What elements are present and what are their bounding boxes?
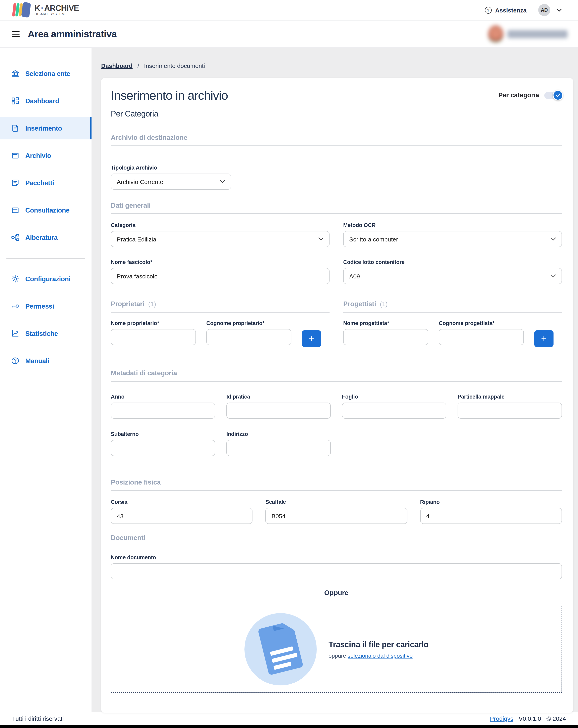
section-documenti: Documenti	[111, 534, 562, 546]
nome-progettista-label: Nome progettista*	[343, 320, 428, 326]
dropzone-sub-prefix: oppure	[329, 652, 348, 659]
scaffale-label: Scaffale	[266, 499, 407, 505]
sidebar: Seleziona ente Dashboard Inserimento Arc…	[0, 48, 91, 712]
sidebar-item-label: Consultazione	[25, 206, 70, 214]
main-content: Dashboard / Inserimento documenti Inseri…	[91, 48, 578, 712]
chevron-down-icon	[318, 237, 324, 241]
categoria-label: Categoria	[111, 222, 330, 228]
subalterno-label: Subalterno	[111, 431, 215, 437]
breadcrumb-current: Inserimento documenti	[144, 62, 205, 69]
id-pratica-label: Id pratica	[226, 394, 331, 400]
footer-version: Prodigys - V0.0.1.0 - © 2024	[490, 715, 566, 722]
document-icon	[11, 124, 20, 133]
ente-logo-redacted	[488, 25, 568, 43]
anno-input[interactable]	[111, 402, 215, 419]
top-bar: K·ARCHiVE DE-MAT SYSTEM ? Assistenza AD	[0, 0, 578, 21]
nome-fascicolo-label: Nome fascicolo*	[111, 259, 330, 265]
app-logo-icon	[12, 2, 30, 18]
gear-icon	[11, 275, 20, 283]
nome-fascicolo-input[interactable]	[111, 268, 330, 284]
metodo-ocr-label: Metodo OCR	[343, 222, 562, 228]
corsia-label: Corsia	[111, 499, 253, 505]
indirizzo-input[interactable]	[226, 440, 331, 456]
sidebar-item-pacchetti[interactable]: Pacchetti	[0, 172, 91, 194]
chevron-down-icon	[551, 237, 556, 241]
sidebar-item-alberatura[interactable]: Alberatura	[0, 226, 91, 249]
sidebar-item-label: Permessi	[25, 302, 54, 310]
add-progettista-button[interactable]: +	[534, 330, 553, 347]
bank-icon	[11, 69, 20, 78]
chart-icon	[11, 329, 20, 338]
key-icon	[11, 302, 20, 311]
toggle-label: Per categoria	[498, 92, 539, 99]
indirizzo-label: Indirizzo	[226, 431, 331, 437]
sidebar-item-dashboard[interactable]: Dashboard	[0, 89, 91, 112]
check-icon	[556, 93, 560, 97]
sidebar-item-manuali[interactable]: Manuali	[0, 349, 91, 372]
sidebar-item-seleziona-ente[interactable]: Seleziona ente	[0, 62, 91, 85]
sidebar-item-label: Configurazioni	[25, 275, 71, 283]
sidebar-item-label: Archivio	[25, 152, 51, 159]
codice-lotto-label: Codice lotto contenitore	[343, 259, 562, 265]
scaffale-input[interactable]	[266, 508, 407, 524]
chevron-down-icon	[551, 275, 556, 278]
foglio-label: Foglio	[342, 394, 446, 400]
sidebar-item-statistiche[interactable]: Statistiche	[0, 322, 91, 345]
id-pratica-input[interactable]	[226, 402, 331, 419]
sidebar-item-label: Alberatura	[25, 234, 58, 241]
chevron-down-icon[interactable]	[556, 8, 562, 12]
document-upload-icon	[257, 621, 303, 675]
prodigys-link[interactable]: Prodigys	[490, 715, 513, 722]
help-icon[interactable]: ?	[485, 7, 492, 14]
metodo-ocr-select[interactable]: Scritto a computer	[343, 231, 562, 247]
breadcrumb-separator: /	[137, 62, 139, 69]
corsia-input[interactable]	[111, 508, 253, 524]
sidebar-item-label: Pacchetti	[25, 179, 54, 187]
categoria-select[interactable]: Pratica Edilizia	[111, 231, 330, 247]
nome-proprietario-input[interactable]	[111, 329, 196, 345]
archive-tray-icon	[11, 151, 20, 160]
tipologia-archivio-select[interactable]: Archivio Corrente	[111, 174, 231, 190]
particella-mappale-input[interactable]	[458, 402, 562, 419]
foglio-input[interactable]	[342, 402, 446, 419]
cognome-proprietario-input[interactable]	[206, 329, 292, 345]
archive-tray-icon	[11, 206, 20, 214]
nome-proprietario-label: Nome proprietario*	[111, 320, 196, 326]
anno-label: Anno	[111, 394, 215, 400]
per-categoria-toggle[interactable]	[544, 92, 562, 99]
sidebar-item-label: Dashboard	[25, 97, 59, 105]
add-proprietario-button[interactable]: +	[302, 330, 321, 347]
assistenza-link[interactable]: Assistenza	[495, 7, 527, 14]
section-proprietari: Proprietari (1)	[111, 300, 330, 313]
sidebar-item-configurazioni[interactable]: Configurazioni	[0, 267, 91, 290]
sidebar-item-consultazione[interactable]: Consultazione	[0, 199, 91, 222]
section-dati-generali: Dati generali	[111, 202, 562, 214]
sidebar-item-inserimento[interactable]: Inserimento	[0, 117, 91, 139]
sidebar-item-label: Statistiche	[25, 330, 58, 337]
section-metadati: Metadati di categoria	[111, 369, 562, 382]
form-subtitle: Per Categoria	[111, 109, 562, 119]
nome-documento-label: Nome documento	[111, 554, 562, 561]
page-title: Area amministrativa	[28, 28, 117, 40]
sidebar-item-permessi[interactable]: Permessi	[0, 295, 91, 317]
nome-progettista-input[interactable]	[343, 329, 428, 345]
app-logo: K·ARCHiVE DE-MAT SYSTEM	[12, 2, 79, 18]
breadcrumb-dashboard-link[interactable]: Dashboard	[101, 62, 133, 69]
cognome-progettista-input[interactable]	[439, 329, 524, 345]
sidebar-item-archivio[interactable]: Archivio	[0, 144, 91, 167]
oppure-text: Oppure	[111, 589, 562, 597]
select-from-device-link[interactable]: selezionalo dal dispositivo	[348, 652, 413, 659]
app-logo-name: K·ARCHiVE	[34, 4, 79, 12]
avatar[interactable]: AD	[538, 4, 550, 16]
sidebar-item-label: Inserimento	[25, 124, 62, 132]
sidebar-item-label: Manuali	[25, 357, 49, 365]
app-logo-tagline: DE-MAT SYSTEM	[34, 13, 79, 16]
nome-documento-input[interactable]	[111, 563, 562, 579]
file-dropzone[interactable]: Trascina il file per caricarlo oppure se…	[111, 606, 562, 693]
subalterno-input[interactable]	[111, 440, 215, 456]
form-title: Inserimento in archivio	[111, 88, 228, 103]
hamburger-menu-icon[interactable]	[12, 31, 20, 37]
ripiano-input[interactable]	[420, 508, 562, 524]
form-card: Inserimento in archivio Per categoria Pe…	[101, 78, 573, 713]
codice-lotto-select[interactable]: A09	[343, 268, 562, 284]
